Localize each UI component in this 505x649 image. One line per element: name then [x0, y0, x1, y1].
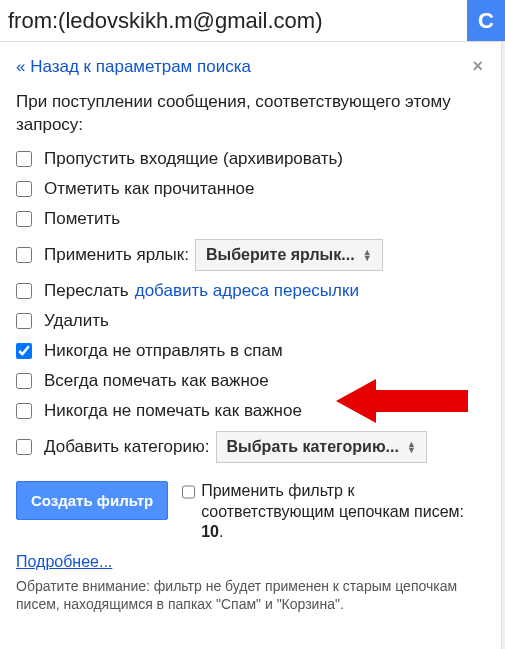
- updown-icon: ▲▼: [363, 249, 372, 261]
- forward-addresses-link[interactable]: добавить адреса пересылки: [135, 281, 359, 301]
- option-skip-inbox: Пропустить входящие (архивировать): [16, 149, 489, 169]
- note-text: Обратите внимание: фильтр не будет приме…: [16, 577, 489, 613]
- label-delete: Удалить: [44, 311, 109, 331]
- checkbox-skip-inbox[interactable]: [16, 151, 32, 167]
- select-label-text: Выберите ярлык...: [206, 246, 355, 264]
- search-input[interactable]: [0, 0, 467, 41]
- option-never-spam: Никогда не отправлять в спам: [16, 341, 489, 361]
- label-apply-label: Применить ярлык:: [44, 245, 189, 265]
- label-skip-inbox: Пропустить входящие (архивировать): [44, 149, 343, 169]
- filter-panel: « Назад к параметрам поиска × При поступ…: [0, 42, 505, 624]
- select-category[interactable]: Выбрать категорию... ▲▼: [216, 431, 427, 463]
- checkbox-mark-read[interactable]: [16, 181, 32, 197]
- label-mark-read: Отметить как прочитанное: [44, 179, 255, 199]
- label-star: Пометить: [44, 209, 120, 229]
- option-delete: Удалить: [16, 311, 489, 331]
- intro-text: При поступлении сообщения, соответствующ…: [16, 91, 489, 137]
- learn-more-link[interactable]: Подробнее...: [16, 553, 112, 571]
- select-category-text: Выбрать категорию...: [227, 438, 399, 456]
- option-star: Пометить: [16, 209, 489, 229]
- option-forward: Переслать добавить адреса пересылки: [16, 281, 489, 301]
- checkbox-never-important[interactable]: [16, 403, 32, 419]
- option-mark-read: Отметить как прочитанное: [16, 179, 489, 199]
- close-icon[interactable]: ×: [466, 56, 489, 77]
- updown-icon: ▲▼: [407, 441, 416, 453]
- label-always-important: Всегда помечать как важное: [44, 371, 269, 391]
- checkbox-star[interactable]: [16, 211, 32, 227]
- option-add-category: Добавить категорию: Выбрать категорию...…: [16, 431, 489, 463]
- checkbox-apply-label[interactable]: [16, 247, 32, 263]
- apply-existing-count: 10: [201, 523, 219, 540]
- create-filter-button[interactable]: Создать фильтр: [16, 481, 168, 520]
- checkbox-apply-existing[interactable]: [182, 484, 195, 500]
- apply-existing-block: Применить фильтр к соответствующим цепоч…: [182, 481, 489, 543]
- checkbox-delete[interactable]: [16, 313, 32, 329]
- checkbox-add-category[interactable]: [16, 439, 32, 455]
- top-bar: C: [0, 0, 505, 42]
- search-button[interactable]: C: [467, 0, 505, 41]
- label-never-important: Никогда не помечать как важное: [44, 401, 302, 421]
- option-apply-label: Применить ярлык: Выберите ярлык... ▲▼: [16, 239, 489, 271]
- checkbox-never-spam[interactable]: [16, 343, 32, 359]
- checkbox-forward[interactable]: [16, 283, 32, 299]
- create-row: Создать фильтр Применить фильтр к соотве…: [16, 481, 489, 543]
- option-never-important: Никогда не помечать как важное: [16, 401, 489, 421]
- option-always-important: Всегда помечать как важное: [16, 371, 489, 391]
- header-row: « Назад к параметрам поиска ×: [16, 56, 489, 77]
- label-forward: Переслать: [44, 281, 129, 301]
- select-label[interactable]: Выберите ярлык... ▲▼: [195, 239, 383, 271]
- apply-existing-text: Применить фильтр к соответствующим цепоч…: [201, 481, 489, 543]
- label-add-category: Добавить категорию:: [44, 437, 210, 457]
- label-never-spam: Никогда не отправлять в спам: [44, 341, 283, 361]
- checkbox-always-important[interactable]: [16, 373, 32, 389]
- back-link[interactable]: « Назад к параметрам поиска: [16, 57, 251, 77]
- scrollbar-edge: [501, 42, 505, 649]
